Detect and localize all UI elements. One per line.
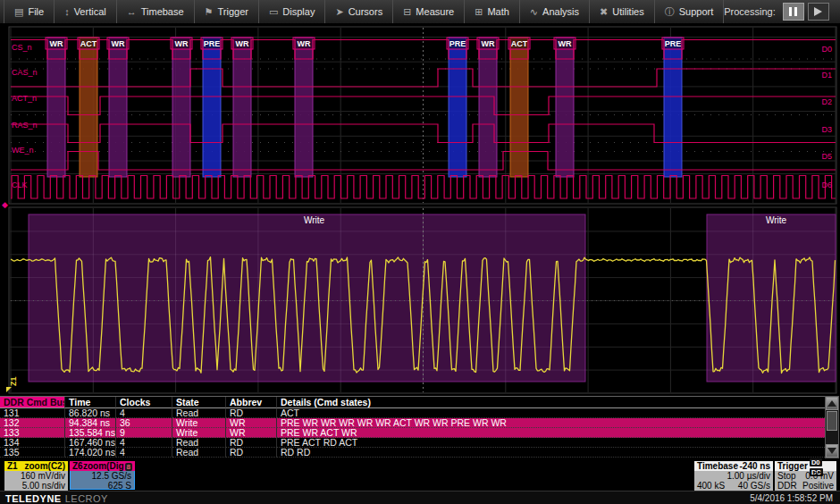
menu-item-label: Trigger <box>217 6 248 17</box>
z1-descriptor-box[interactable]: Z1zoom(C2) 160 mV/div 5.00 ns/div <box>4 461 68 491</box>
decode-table-body: 13186.820 ns4ReadRDACT13294.384 ns36Writ… <box>0 408 825 458</box>
brand-logo: TELEDYNELECROY <box>5 493 108 504</box>
table-row[interactable]: 133135.584 ns9WriteWRPRE WR ACT WR <box>0 428 825 438</box>
column-header-abbrev: Abbrev <box>226 397 277 408</box>
menu-item-trigger[interactable]: ⚑Trigger <box>195 0 259 23</box>
table-cell: 135.584 ns <box>65 428 116 438</box>
menu-items: ▤File↕Vertical↔Timebase⚑Trigger▭Display➤… <box>0 0 724 23</box>
table-cell: 167.460 ns <box>65 438 116 448</box>
table-cell: 134 <box>0 438 65 448</box>
svg-text:D5: D5 <box>821 152 832 161</box>
menu-item-label: Math <box>487 6 508 17</box>
trigger-descriptor-box[interactable]: Trigger D0DC Stop0.0 mV DDRPositive <box>775 461 836 491</box>
table-cell: 4 <box>116 438 172 448</box>
footer-bar: TELEDYNELECROY 5/4/2016 1:58:52 PM <box>0 491 840 504</box>
table-cell: 86.820 ns <box>65 408 116 418</box>
menu-item-label: Timebase <box>141 6 184 17</box>
svg-text:PRE: PRE <box>665 39 682 48</box>
svg-text:PRE: PRE <box>449 39 466 48</box>
table-cell: Read <box>172 448 226 458</box>
support-icon: ⓘ <box>665 5 675 19</box>
menu-item-label: Analysis <box>542 6 579 17</box>
menu-item-measure[interactable]: ⊟Measure <box>393 0 465 23</box>
play-button[interactable] <box>808 3 829 21</box>
svg-text:Write: Write <box>304 215 325 225</box>
table-row[interactable]: 134167.460 ns4ReadRDPRE ACT RD ACT <box>0 438 825 448</box>
svg-text:WE_n: WE_n <box>12 146 34 155</box>
cursors-icon: ➤ <box>335 6 343 18</box>
z1-name: Z1 <box>7 461 18 471</box>
svg-text:ACT_n: ACT_n <box>12 94 37 103</box>
menu-item-support[interactable]: ⓘSupport <box>655 0 725 23</box>
arrow-up-icon <box>827 400 836 407</box>
menu-item-label: Cursors <box>349 6 383 17</box>
digital-timing-panel[interactable]: WRACTWRWRPREWRWRPREWRACTWRPRECS_nCAS_nAC… <box>0 25 840 206</box>
datetime-display: 5/4/2016 1:58:52 PM <box>750 493 833 503</box>
table-cell: RD RD <box>277 448 825 458</box>
menu-item-label: Utilities <box>612 6 643 17</box>
timebase-offset: -240 ns <box>740 461 770 471</box>
menu-item-label: Vertical <box>74 6 106 17</box>
table-cell: RD <box>226 408 277 418</box>
svg-text:WR: WR <box>298 39 311 48</box>
menu-item-analysis[interactable]: ∿Analysis <box>520 0 590 23</box>
menu-item-display[interactable]: ▭Display <box>259 0 325 23</box>
menu-item-file[interactable]: ▤File <box>4 0 55 23</box>
analog-zoom-panel[interactable]: WriteWrite <box>0 206 840 396</box>
scroll-thumb[interactable] <box>827 411 837 431</box>
z6-source: zoom(Dig <box>83 461 124 471</box>
menu-item-timebase[interactable]: ↔Timebase <box>117 0 195 23</box>
pause-button[interactable] <box>783 3 804 21</box>
menu-item-cursors[interactable]: ➤Cursors <box>325 0 393 23</box>
table-cell: PRE WR WR WR WR WR ACT WR WR PRE WR WR <box>277 418 825 428</box>
z6-samplerate: 12.5 GS/s <box>92 472 131 482</box>
z6-descriptor-box[interactable]: Z6 zoom(Dig8 12.5 GS/s 625 S <box>70 461 135 490</box>
table-cell: Read <box>172 438 226 448</box>
table-cell: PRE WR ACT WR <box>277 428 825 438</box>
table-row[interactable]: 13186.820 ns4ReadRDACT <box>0 408 825 418</box>
svg-text:D1: D1 <box>821 71 832 80</box>
table-scrollbar[interactable] <box>825 396 839 458</box>
column-header-details: Details (Cmd states) <box>277 397 825 408</box>
table-cell: ACT <box>277 408 825 418</box>
svg-text:CS_n: CS_n <box>12 43 32 52</box>
table-cell: 36 <box>116 418 172 428</box>
z1-source: zoom(C2) <box>24 461 65 471</box>
table-cell: PRE ACT RD ACT <box>277 438 825 448</box>
table-cell: 94.384 ns <box>65 418 116 428</box>
table-cell: 9 <box>116 428 172 438</box>
z1-tdiv: 5.00 ns/div <box>22 482 65 491</box>
timebase-descriptor-box[interactable]: Timebase-240 ns 1.00 µs/div 400 kS40 GS/… <box>694 461 773 491</box>
menu-bar: ▤File↕Vertical↔Timebase⚑Trigger▭Display➤… <box>0 0 840 24</box>
panel-position-marker-icon: ◆ <box>2 200 8 209</box>
table-cell: Write <box>172 428 226 438</box>
z1-trace-arrow-icon <box>6 387 12 392</box>
menu-item-vertical[interactable]: ↕Vertical <box>55 0 117 23</box>
menu-item-label: Measure <box>416 6 454 17</box>
digital-group-badge: 8 <box>125 463 132 471</box>
svg-text:ACT: ACT <box>511 39 528 48</box>
menu-right-controls: Processing: Gesture Undo↶ <box>724 2 840 21</box>
svg-text:PRE: PRE <box>204 39 221 48</box>
table-cell: Write <box>172 418 226 428</box>
column-header-state: State <box>172 397 226 408</box>
measure-icon: ⊟ <box>403 6 411 18</box>
table-cell: WR <box>226 428 277 438</box>
timebase-icon: ↔ <box>127 6 137 17</box>
trigger-title: Trigger <box>777 461 808 471</box>
svg-text:RAS_n: RAS_n <box>12 121 38 130</box>
table-row[interactable]: 13294.384 ns36WriteWRPRE WR WR WR WR WR … <box>0 418 825 428</box>
pause-icon <box>789 7 792 16</box>
table-cell: 4 <box>116 408 172 418</box>
table-cell: Read <box>172 408 226 418</box>
table-title[interactable]: DDR Cmd Bus <box>0 397 65 408</box>
table-row[interactable]: 135174.020 ns4ReadRDRD RD <box>0 448 825 458</box>
processing-label: Processing: <box>724 6 775 17</box>
trigger-type: DDR <box>777 482 797 491</box>
svg-text:WR: WR <box>236 39 249 48</box>
menu-item-utilities[interactable]: ✖Utilities <box>590 0 655 23</box>
table-cell: RD <box>226 448 277 458</box>
svg-text:WR: WR <box>50 39 63 48</box>
menu-item-math[interactable]: ⊞Math <box>465 0 520 23</box>
scroll-up-button[interactable] <box>826 397 838 410</box>
